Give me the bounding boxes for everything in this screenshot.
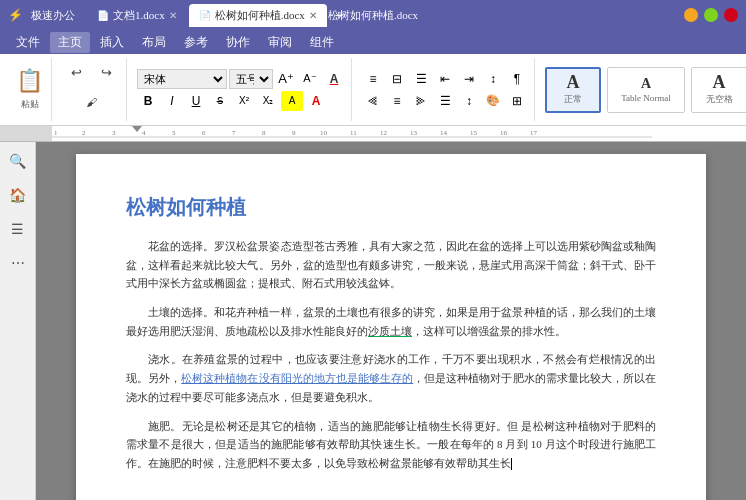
svg-text:8: 8 <box>262 129 266 137</box>
underline-text-1: 沙质土壤 <box>368 325 412 337</box>
svg-text:2: 2 <box>82 129 86 137</box>
menu-layout[interactable]: 布局 <box>134 32 174 53</box>
show-marks-button[interactable]: ¶ <box>506 69 528 89</box>
menu-insert[interactable]: 插入 <box>92 32 132 53</box>
menu-file[interactable]: 文件 <box>8 32 48 53</box>
window-title: 松树如何种植.docx <box>328 8 418 23</box>
document-title: 松树如何种植 <box>126 194 656 221</box>
main-area: 🔍 🏠 ☰ ⋯ 松树如何种植 花盆的选择。罗汉松盆景姿态造型苍古秀雅，具有大家之… <box>0 142 746 500</box>
align-left-button[interactable]: ⫷ <box>362 91 384 111</box>
style-normal-label: 正常 <box>564 93 582 106</box>
svg-text:16: 16 <box>500 129 508 137</box>
ribbon: 📋 粘贴 ↩ ↪ 🖌 宋体 五号 A⁺ A⁻ A <box>0 54 746 126</box>
paragraph-4[interactable]: 施肥。无论是松树还是其它的植物，适当的施肥能够让植物生长得更好。但 是松树这种植… <box>126 417 656 473</box>
decrease-font-button[interactable]: A⁻ <box>299 69 321 89</box>
tab-doc2-label: 松树如何种植.docx <box>215 8 305 23</box>
ribbon-paragraph-section: ≡ ⊟ ☰ ⇤ ⇥ ↕ ¶ ⫷ ≡ ⫸ ☰ ↕ 🎨 ⊞ <box>356 58 535 121</box>
style-normal-preview: A <box>567 73 580 91</box>
minimize-button[interactable] <box>684 8 698 22</box>
svg-text:1: 1 <box>54 129 58 137</box>
align-right-button[interactable]: ⫸ <box>410 91 432 111</box>
line-spacing-button[interactable]: ↕ <box>458 91 480 111</box>
ribbon-paste-section: 📋 粘贴 <box>8 58 52 121</box>
redo-button[interactable]: ↪ <box>92 58 120 86</box>
style-no-space-button[interactable]: A 无空格 <box>691 67 746 113</box>
text-cursor <box>511 458 512 470</box>
svg-text:17: 17 <box>530 129 538 137</box>
app-name: 极速办公 <box>31 8 75 23</box>
document-body: 花盆的选择。罗汉松盆景姿态造型苍古秀雅，具有大家之范，因此在盆的选择上可以选用紫… <box>126 237 656 473</box>
page: 松树如何种植 花盆的选择。罗汉松盆景姿态造型苍古秀雅，具有大家之范，因此在盆的选… <box>76 154 706 500</box>
ribbon-quick-section: ↩ ↪ 🖌 <box>56 58 127 121</box>
tab-doc2-close[interactable]: ✕ <box>309 10 317 21</box>
svg-text:5: 5 <box>172 129 176 137</box>
font-family-select[interactable]: 宋体 <box>137 69 227 89</box>
tab-doc1-close[interactable]: ✕ <box>169 10 177 21</box>
menu-home[interactable]: 主页 <box>50 32 90 53</box>
svg-text:10: 10 <box>320 129 328 137</box>
sidebar-home-icon[interactable]: 🏠 <box>5 182 31 208</box>
subscript-button[interactable]: X₂ <box>257 91 279 111</box>
increase-indent-button[interactable]: ⇥ <box>458 69 480 89</box>
title-bar: ⚡ 极速办公 📄 文档1.docx ✕ 📄 松树如何种植.docx ✕ + 松树… <box>0 0 746 30</box>
ruler-svg: 1 2 3 4 5 6 7 8 9 10 11 12 13 14 15 16 1… <box>52 126 746 141</box>
tab-doc2[interactable]: 📄 松树如何种植.docx ✕ <box>189 4 327 27</box>
sidebar-more-icon[interactable]: ⋯ <box>5 250 31 276</box>
svg-text:11: 11 <box>350 129 357 137</box>
close-button[interactable] <box>724 8 738 22</box>
menu-bar: 文件 主页 插入 布局 参考 协作 审阅 组件 <box>0 30 746 54</box>
font-size-select[interactable]: 五号 <box>229 69 273 89</box>
doc-area[interactable]: 松树如何种植 花盆的选择。罗汉松盆景姿态造型苍古秀雅，具有大家之范，因此在盆的选… <box>36 142 746 500</box>
justify-button[interactable]: ☰ <box>434 91 456 111</box>
multilevel-button[interactable]: ☰ <box>410 69 432 89</box>
format-painter-button[interactable]: 🖌 <box>77 88 105 116</box>
svg-text:7: 7 <box>232 129 236 137</box>
tab-doc2-icon: 📄 <box>199 10 211 21</box>
svg-text:9: 9 <box>292 129 296 137</box>
style-table-normal-button[interactable]: A Table Normal <box>607 67 685 113</box>
app-logo: ⚡ <box>8 8 23 23</box>
italic-button[interactable]: I <box>161 91 183 111</box>
align-center-button[interactable]: ≡ <box>386 91 408 111</box>
maximize-button[interactable] <box>704 8 718 22</box>
style-table-normal-preview: A <box>641 77 651 91</box>
ruler-indent-marker[interactable] <box>132 126 142 132</box>
menu-components[interactable]: 组件 <box>302 32 342 53</box>
bullets-button[interactable]: ≡ <box>362 69 384 89</box>
font-color2-button[interactable]: A <box>305 91 327 111</box>
link-text-1: 松树这种植物在没有阳光的地方也是能够生存的 <box>181 372 413 384</box>
sort-button[interactable]: ↕ <box>482 69 504 89</box>
ribbon-styles-section: A 正常 A Table Normal A 无空格 <box>539 58 746 121</box>
decrease-indent-button[interactable]: ⇤ <box>434 69 456 89</box>
paragraph-2: 土壤的选择。和花卉种植一样，盆景的土壤也有很多的讲究，如果是用于盆景种植的话，那… <box>126 303 656 340</box>
paragraph-1: 花盆的选择。罗汉松盆景姿态造型苍古秀雅，具有大家之范，因此在盆的选择上可以选用紫… <box>126 237 656 293</box>
bold-button[interactable]: B <box>137 91 159 111</box>
svg-text:15: 15 <box>470 129 478 137</box>
strikethrough-button[interactable]: S̶ <box>209 91 231 111</box>
sidebar-nav-icon[interactable]: ☰ <box>5 216 31 242</box>
superscript-button[interactable]: X² <box>233 91 255 111</box>
increase-font-button[interactable]: A⁺ <box>275 69 297 89</box>
highlight-button[interactable]: A <box>281 91 303 111</box>
tab-doc1-icon: 📄 <box>97 10 109 21</box>
menu-references[interactable]: 参考 <box>176 32 216 53</box>
numbering-button[interactable]: ⊟ <box>386 69 408 89</box>
menu-review[interactable]: 审阅 <box>260 32 300 53</box>
left-sidebar: 🔍 🏠 ☰ ⋯ <box>0 142 36 500</box>
ribbon-font-section: 宋体 五号 A⁺ A⁻ A B I U S̶ X² X₂ A A <box>131 58 352 121</box>
svg-text:3: 3 <box>112 129 116 137</box>
paste-label: 粘贴 <box>21 98 39 111</box>
shading-button[interactable]: 🎨 <box>482 91 504 111</box>
para1-text: 花盆的选择。罗汉松盆景姿态造型苍古秀雅，具有大家之范，因此在盆的选择上可以选用紫… <box>126 240 656 289</box>
borders-button[interactable]: ⊞ <box>506 91 528 111</box>
style-normal-button[interactable]: A 正常 <box>545 67 601 113</box>
tab-doc1[interactable]: 📄 文档1.docx ✕ <box>87 4 187 27</box>
svg-text:4: 4 <box>142 129 146 137</box>
menu-collaborate[interactable]: 协作 <box>218 32 258 53</box>
undo-button[interactable]: ↩ <box>62 58 90 86</box>
style-table-normal-label: Table Normal <box>621 93 671 103</box>
underline-button[interactable]: U <box>185 91 207 111</box>
sidebar-search-icon[interactable]: 🔍 <box>5 148 31 174</box>
style-no-space-label: 无空格 <box>706 93 733 106</box>
font-color-button[interactable]: A <box>323 69 345 89</box>
